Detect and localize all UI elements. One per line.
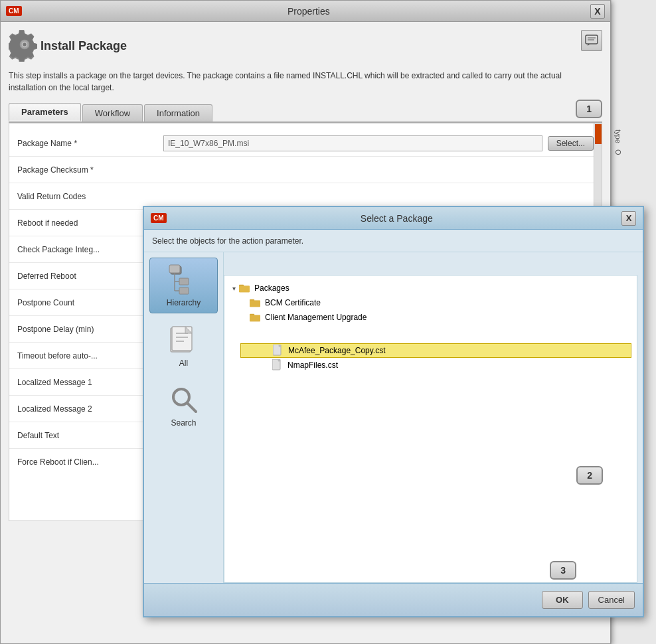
dialog-left-nav: Hierarchy All	[144, 252, 224, 583]
dialog-instruction: Select the objects for the action parame…	[144, 230, 643, 252]
tree-item-mcafee[interactable]: McAfee_Package_Copy.cst	[240, 343, 631, 358]
param-label-deferred-reboot: Deferred Reboot	[17, 272, 163, 281]
select-package-dialog: CM Select a Package X Select the objects…	[143, 206, 644, 617]
param-label-checksum: Package Checksum *	[17, 165, 163, 175]
install-header: Install Package	[9, 30, 602, 62]
properties-close-button[interactable]: X	[590, 4, 605, 19]
param-label-timeout: Timeout before auto-...	[17, 351, 163, 361]
dialog-close-button[interactable]: X	[621, 211, 636, 226]
param-label-localized-1: Localized Message 1	[17, 378, 163, 387]
svg-rect-10	[179, 278, 189, 285]
tab-parameters[interactable]: Parameters	[9, 103, 81, 121]
properties-window-title: Properties	[27, 6, 590, 17]
nav-search-label: Search	[171, 418, 196, 428]
param-row-package-name: Package Name * Select...	[9, 130, 602, 157]
dialog-cm-badge: CM	[151, 213, 167, 223]
dialog-footer: 3 OK Cancel	[144, 583, 643, 616]
speech-bubble-icon	[585, 35, 598, 46]
param-label-check-integrity: Check Package Integ...	[17, 245, 163, 254]
param-label-postpone-delay: Postpone Delay (min)	[17, 325, 163, 334]
tree-item-nmap[interactable]: NmapFiles.cst	[240, 358, 631, 372]
param-row-checksum: Package Checksum *	[9, 157, 602, 183]
step-3-badge: 3	[550, 561, 576, 580]
tree-spacer	[230, 325, 631, 343]
param-label-postpone-count: Postpone Count	[17, 298, 163, 307]
tree-label-nmap: NmapFiles.cst	[287, 361, 338, 370]
param-label-return-codes: Valid Return Codes	[17, 192, 163, 201]
nav-hierarchy-label: Hierarchy	[167, 298, 201, 307]
step-2-badge: 2	[576, 466, 603, 485]
package-tree: ▾ Packages	[230, 281, 631, 372]
svg-rect-26	[239, 285, 250, 292]
step-1-badge: 1	[576, 100, 602, 118]
nav-item-hierarchy[interactable]: Hierarchy	[149, 258, 218, 313]
tree-item-bcm-cert[interactable]: BCM Certificate	[240, 295, 631, 310]
select-package-button[interactable]: Select...	[548, 136, 594, 151]
dialog-title: Select a Package	[172, 213, 621, 224]
dialog-title-bar: CM Select a Package X	[144, 207, 643, 230]
all-icon	[168, 324, 200, 356]
tree-label-packages: Packages	[254, 283, 289, 293]
tree-item-packages-root[interactable]: ▾ Packages	[230, 281, 631, 295]
cm-badge: CM	[6, 6, 22, 16]
svg-point-4	[23, 43, 27, 46]
nav-all-label: All	[179, 359, 188, 368]
search-icon	[168, 384, 200, 416]
param-label-default-text: Default Text	[17, 431, 163, 440]
param-label-package-name: Package Name *	[17, 139, 163, 148]
tab-information[interactable]: Information	[144, 104, 212, 121]
nmap-file-icon	[272, 360, 283, 370]
hierarchy-svg-icon	[168, 264, 200, 295]
gear-icon	[9, 30, 41, 62]
svg-rect-38	[278, 359, 280, 361]
install-description: This step installs a package on the targ…	[9, 70, 573, 94]
tree-label-mcafee: McAfee_Package_Copy.cst	[288, 346, 386, 355]
search-svg-icon	[168, 384, 200, 416]
hierarchy-icon	[168, 264, 200, 295]
all-svg-icon	[168, 324, 200, 356]
install-package-title: Install Package	[41, 39, 127, 53]
svg-rect-35	[279, 345, 281, 347]
tree-content: ▾ Packages	[224, 275, 637, 583]
param-label-reboot: Reboot if needed	[17, 218, 163, 228]
cm-upgrade-folder-icon	[250, 312, 260, 323]
step-3-callout: 3	[550, 561, 576, 580]
title-bar: CM Properties X	[1, 1, 610, 22]
svg-rect-32	[250, 315, 260, 321]
tab-workflow[interactable]: Workflow	[82, 104, 143, 121]
tree-label-cm-upgrade: Client Management Upgrade	[265, 313, 367, 322]
param-label-force-reboot: Force Reboot if Clien...	[17, 457, 163, 467]
tab-bar: Parameters Workflow Information 1	[9, 103, 602, 123]
param-label-localized-2: Localized Message 2	[17, 404, 163, 414]
tree-label-bcm-cert: BCM Certificate	[265, 298, 321, 307]
param-value-package-name: Select...	[163, 135, 594, 151]
svg-rect-29	[250, 300, 260, 307]
svg-line-23	[187, 403, 196, 412]
ok-button[interactable]: OK	[542, 591, 583, 609]
bcm-cert-folder-icon	[250, 297, 260, 308]
nav-item-search[interactable]: Search	[149, 378, 218, 433]
packages-folder-icon	[239, 283, 250, 293]
cancel-button[interactable]: Cancel	[588, 591, 635, 609]
package-name-input[interactable]	[163, 135, 542, 151]
svg-rect-9	[169, 265, 180, 273]
comment-icon-button[interactable]	[581, 30, 602, 51]
mcafee-file-icon	[273, 345, 284, 356]
type-label: type O	[612, 0, 625, 158]
svg-rect-11	[179, 287, 189, 294]
tree-item-cm-upgrade[interactable]: Client Management Upgrade	[240, 310, 631, 325]
dialog-body: Hierarchy All	[144, 252, 643, 583]
collapse-arrow: ▾	[230, 284, 238, 292]
nav-item-all[interactable]: All	[149, 319, 218, 373]
